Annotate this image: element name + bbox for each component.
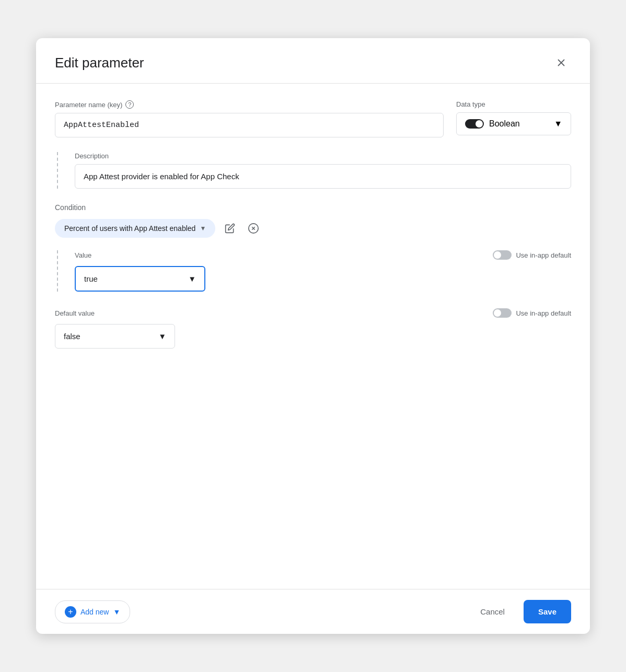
condition-chip-label: Percent of users with App Attest enabled bbox=[64, 224, 195, 233]
add-new-button[interactable]: + Add new ▼ bbox=[55, 600, 130, 623]
default-value-section: Default value Use in-app default false ▼ bbox=[55, 308, 571, 349]
data-type-select[interactable]: Boolean ▼ bbox=[456, 112, 571, 135]
default-use-default-toggle[interactable] bbox=[493, 308, 512, 318]
boolean-toggle-icon bbox=[465, 119, 484, 129]
footer-right: Cancel Save bbox=[470, 600, 571, 623]
dialog-title: Edit parameter bbox=[55, 55, 144, 71]
value-select[interactable]: true ▼ bbox=[75, 266, 205, 292]
edit-parameter-dialog: Edit parameter Parameter name (key) ? Da… bbox=[36, 38, 590, 634]
default-use-default-toggle-row: Use in-app default bbox=[493, 308, 571, 318]
edit-condition-button[interactable] bbox=[222, 220, 238, 237]
description-group: Description bbox=[75, 152, 571, 189]
value-label: Value bbox=[75, 251, 91, 259]
plus-circle-icon: + bbox=[65, 606, 76, 618]
cancel-button[interactable]: Cancel bbox=[470, 602, 515, 621]
description-label: Description bbox=[75, 152, 571, 160]
value-row: Value Use in-app default bbox=[75, 250, 571, 260]
pencil-icon bbox=[225, 223, 235, 234]
default-use-default-label: Use in-app default bbox=[516, 309, 571, 317]
condition-chip[interactable]: Percent of users with App Attest enabled… bbox=[55, 219, 215, 238]
remove-condition-button[interactable] bbox=[245, 219, 262, 237]
data-type-value: Boolean bbox=[489, 119, 520, 129]
description-input[interactable] bbox=[75, 164, 571, 189]
default-value-select[interactable]: false ▼ bbox=[55, 324, 175, 349]
default-value-select-value: false bbox=[64, 332, 80, 341]
close-circle-icon bbox=[248, 223, 259, 234]
value-select-value: true bbox=[84, 274, 98, 283]
dialog-footer: + Add new ▼ Cancel Save bbox=[36, 589, 590, 634]
value-select-chevron: ▼ bbox=[188, 274, 196, 283]
data-type-chevron: ▼ bbox=[554, 119, 562, 129]
data-type-group: Data type Boolean ▼ bbox=[456, 100, 571, 135]
help-icon[interactable]: ? bbox=[125, 100, 134, 109]
condition-row: Percent of users with App Attest enabled… bbox=[55, 219, 571, 238]
condition-value-section: Value Use in-app default true ▼ bbox=[57, 250, 571, 292]
dialog-header: Edit parameter bbox=[36, 38, 590, 84]
close-icon bbox=[555, 57, 567, 68]
param-name-row: Parameter name (key) ? Data type Boolean… bbox=[55, 100, 571, 137]
value-section: Value Use in-app default true ▼ bbox=[75, 250, 571, 292]
use-default-toggle[interactable] bbox=[493, 250, 512, 260]
default-value-label: Default value bbox=[55, 309, 95, 317]
param-name-group: Parameter name (key) ? bbox=[55, 100, 444, 137]
dialog-body: Parameter name (key) ? Data type Boolean… bbox=[36, 84, 590, 589]
param-name-input[interactable] bbox=[55, 113, 444, 137]
close-button[interactable] bbox=[551, 53, 571, 73]
add-new-label: Add new bbox=[80, 608, 109, 616]
use-default-label: Use in-app default bbox=[516, 251, 571, 259]
data-type-label: Data type bbox=[456, 100, 571, 108]
default-value-label-row: Default value Use in-app default bbox=[55, 308, 571, 318]
condition-chip-chevron: ▼ bbox=[200, 225, 206, 232]
add-new-chevron: ▼ bbox=[113, 608, 120, 616]
default-value-select-chevron: ▼ bbox=[158, 332, 166, 341]
param-name-label: Parameter name (key) ? bbox=[55, 100, 444, 109]
condition-label: Condition bbox=[55, 203, 571, 212]
use-default-toggle-row: Use in-app default bbox=[493, 250, 571, 260]
description-section: Description bbox=[57, 152, 571, 189]
save-button[interactable]: Save bbox=[524, 600, 571, 623]
